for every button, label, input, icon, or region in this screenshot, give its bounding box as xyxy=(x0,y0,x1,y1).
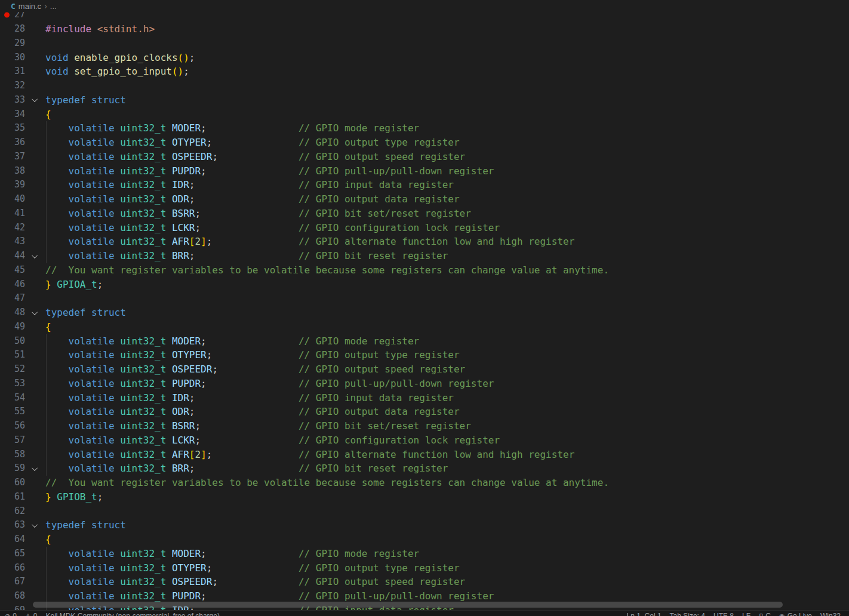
breadcrumb-file[interactable]: main.c xyxy=(19,2,41,11)
status-indentation[interactable]: Tab Size: 4 xyxy=(670,611,705,616)
code-line[interactable]: 57 volatile uint32_t LCKR; // GPIO confi… xyxy=(0,433,849,448)
breakpoint-icon[interactable] xyxy=(4,13,10,18)
status-encoding[interactable]: UTF-8 xyxy=(713,611,734,616)
code-line[interactable]: 35 volatile uint32_t MODER; // GPIO mode… xyxy=(0,121,849,135)
line-number[interactable]: 62 xyxy=(0,504,25,519)
code-line[interactable]: 53 volatile uint32_t PUPDR; // GPIO pull… xyxy=(0,377,849,391)
line-number[interactable]: 59 xyxy=(0,461,25,476)
line-number[interactable]: 40 xyxy=(0,192,25,207)
code-line[interactable]: 64{ xyxy=(0,532,849,547)
code-line[interactable]: 30void enable_gpio_clocks(); xyxy=(0,51,849,65)
line-number[interactable]: 50 xyxy=(0,334,25,349)
line-number[interactable]: 49 xyxy=(0,320,25,334)
line-number[interactable]: 60 xyxy=(0,476,25,490)
code-line[interactable]: 54 volatile uint32_t IDR; // GPIO input … xyxy=(0,391,849,405)
code-line[interactable]: 38 volatile uint32_t PUPDR; // GPIO pull… xyxy=(0,164,849,178)
code-line[interactable]: 28#include <stdint.h> xyxy=(0,22,849,36)
line-number[interactable]: 32 xyxy=(0,79,25,93)
fold-chevron-icon[interactable] xyxy=(25,93,45,107)
line-number[interactable]: 37 xyxy=(0,150,25,164)
code-line[interactable]: 56 volatile uint32_t BSRR; // GPIO bit s… xyxy=(0,419,849,433)
code-line[interactable]: 61} GPIOB_t; xyxy=(0,490,849,504)
code-line[interactable]: 45// You want register variables to be v… xyxy=(0,263,849,278)
line-number[interactable]: 52 xyxy=(0,362,25,377)
code-line[interactable]: 67 volatile uint32_t OSPEEDR; // GPIO ou… xyxy=(0,575,849,589)
line-number[interactable]: 63 xyxy=(0,518,25,532)
line-number[interactable]: 65 xyxy=(0,547,25,561)
code-line[interactable]: 49{ xyxy=(0,320,849,334)
line-number[interactable]: 43 xyxy=(0,235,25,249)
fold-chevron-icon[interactable] xyxy=(25,306,45,320)
status-go-live[interactable]: ◉Go Live xyxy=(779,611,812,616)
line-number[interactable]: 68 xyxy=(0,589,25,603)
code-line[interactable]: 31void set_gpio_to_input(); xyxy=(0,64,849,79)
code-line[interactable]: 55 volatile uint32_t ODR; // GPIO output… xyxy=(0,405,849,419)
line-number[interactable]: 34 xyxy=(0,107,25,122)
line-number[interactable]: 30 xyxy=(0,51,25,65)
code-line[interactable]: 39 volatile uint32_t IDR; // GPIO input … xyxy=(0,178,849,192)
code-editor[interactable]: 2728#include <stdint.h>2930void enable_g… xyxy=(0,12,849,610)
line-number[interactable]: 42 xyxy=(0,221,25,235)
fold-chevron-icon[interactable] xyxy=(25,461,45,476)
line-number[interactable]: 36 xyxy=(0,135,25,150)
line-number[interactable]: 67 xyxy=(0,575,25,589)
code-line[interactable]: 37 volatile uint32_t OSPEEDR; // GPIO ou… xyxy=(0,150,849,164)
status-keil-license[interactable]: Keil MDK Community (non-commercial, free… xyxy=(45,611,219,616)
code-line[interactable]: 60// You want register variables to be v… xyxy=(0,476,849,490)
code-line[interactable]: 33typedef struct xyxy=(0,93,849,107)
code-line[interactable]: 59 volatile uint32_t BRR; // GPIO bit re… xyxy=(0,461,849,476)
code-line[interactable]: 62 xyxy=(0,504,849,519)
status-language-mode[interactable]: {}C xyxy=(759,611,771,616)
line-number[interactable]: 66 xyxy=(0,561,25,575)
line-number[interactable]: 61 xyxy=(0,490,25,504)
status-warnings[interactable]: ⚠0 xyxy=(25,611,38,616)
fold-chevron-icon[interactable] xyxy=(25,518,45,532)
code-line[interactable]: 27 xyxy=(0,12,849,22)
code-line[interactable]: 63typedef struct xyxy=(0,518,849,532)
code-line[interactable]: 48typedef struct xyxy=(0,306,849,320)
code-line[interactable]: 44 volatile uint32_t BRR; // GPIO bit re… xyxy=(0,249,849,263)
fold-chevron-icon[interactable] xyxy=(25,249,45,263)
line-number[interactable]: 53 xyxy=(0,377,25,391)
line-number[interactable]: 57 xyxy=(0,433,25,448)
code-line[interactable]: 34{ xyxy=(0,107,849,122)
line-number[interactable]: 58 xyxy=(0,448,25,462)
code-line[interactable]: 46} GPIOA_t; xyxy=(0,278,849,292)
code-line[interactable]: 36 volatile uint32_t OTYPER; // GPIO out… xyxy=(0,135,849,150)
line-number[interactable]: 39 xyxy=(0,178,25,192)
line-number[interactable]: 47 xyxy=(0,291,25,306)
line-number[interactable]: 27 xyxy=(0,12,25,22)
horizontal-scrollbar[interactable] xyxy=(33,602,783,608)
line-number[interactable]: 38 xyxy=(0,164,25,178)
line-number[interactable]: 56 xyxy=(0,419,25,433)
status-eol[interactable]: LF xyxy=(742,611,750,616)
line-number[interactable]: 54 xyxy=(0,391,25,405)
line-number[interactable]: 35 xyxy=(0,121,25,135)
line-number[interactable]: 31 xyxy=(0,64,25,79)
code-line[interactable]: 29 xyxy=(0,36,849,51)
line-number[interactable]: 46 xyxy=(0,278,25,292)
line-number[interactable]: 48 xyxy=(0,306,25,320)
status-cursor-position[interactable]: Ln 1, Col 1 xyxy=(627,611,662,616)
code-line[interactable]: 50 volatile uint32_t MODER; // GPIO mode… xyxy=(0,334,849,349)
line-number[interactable]: 64 xyxy=(0,532,25,547)
code-line[interactable]: 32 xyxy=(0,79,849,93)
line-number[interactable]: 29 xyxy=(0,36,25,51)
code-line[interactable]: 66 volatile uint32_t OTYPER; // GPIO out… xyxy=(0,561,849,575)
code-line[interactable]: 47 xyxy=(0,291,849,306)
line-number[interactable]: 51 xyxy=(0,348,25,362)
line-number[interactable]: 45 xyxy=(0,263,25,278)
line-number[interactable]: 55 xyxy=(0,405,25,419)
code-line[interactable]: 41 volatile uint32_t BSRR; // GPIO bit s… xyxy=(0,207,849,221)
line-number[interactable]: 44 xyxy=(0,249,25,263)
code-line[interactable]: 51 volatile uint32_t OTYPER; // GPIO out… xyxy=(0,348,849,362)
code-line[interactable]: 40 volatile uint32_t ODR; // GPIO output… xyxy=(0,192,849,207)
line-number[interactable]: 28 xyxy=(0,22,25,36)
code-line[interactable]: 65 volatile uint32_t MODER; // GPIO mode… xyxy=(0,547,849,561)
status-platform[interactable]: Win32 xyxy=(820,611,841,616)
code-line[interactable]: 43 volatile uint32_t AFR[2]; // GPIO alt… xyxy=(0,235,849,249)
line-number[interactable]: 33 xyxy=(0,93,25,107)
code-line[interactable]: 52 volatile uint32_t OSPEEDR; // GPIO ou… xyxy=(0,362,849,377)
line-number[interactable]: 69 xyxy=(0,603,25,610)
status-errors[interactable]: ⊘0 xyxy=(5,611,17,616)
